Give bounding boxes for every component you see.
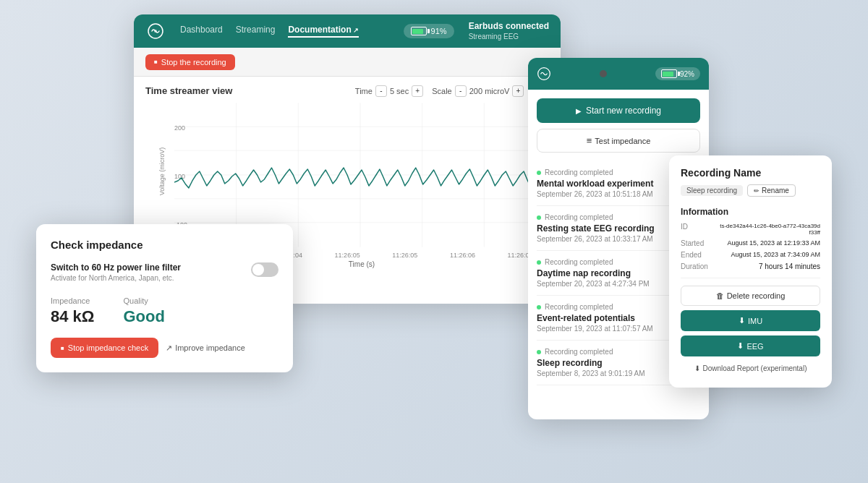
time-control: Time - 5 sec + (355, 85, 423, 97)
hz-filter-toggle[interactable] (251, 262, 278, 277)
check-impedance-window: Check impedance Switch to 60 Hz power li… (36, 224, 293, 372)
time-label: Time (355, 87, 373, 95)
impedance-metrics: Impedance 84 kΩ Quality Good (51, 296, 278, 326)
main-toolbar: Stop the recording (134, 48, 561, 77)
stop-impedance-button[interactable]: Stop impedance check (51, 338, 158, 358)
recording-tag: Sleep recording (681, 185, 743, 196)
nav-battery-indicator: 91% (404, 24, 454, 38)
eeg-download-button[interactable]: ⬇ EEG (681, 335, 820, 356)
impedance-metric: Impedance 84 kΩ (51, 296, 94, 326)
quality-label: Quality (123, 296, 164, 305)
chart-header: Time streamer view Time - 5 sec + Scale … (145, 85, 549, 97)
status-dot-0 (537, 171, 541, 175)
recording-name-tags: Sleep recording Rename (681, 184, 820, 197)
recording-name-window: Recording Name Sleep recording Rename In… (669, 155, 832, 388)
info-id-row: ID ts-de342a44-1c26-4be0-a772-43ca39df33… (681, 223, 820, 236)
trash-icon: 🗑 (716, 291, 724, 300)
filter-label: Switch to 60 Hz power line filter (51, 262, 181, 273)
stop-recording-button[interactable]: Stop the recording (145, 54, 235, 70)
nav-dashboard[interactable]: Dashboard (180, 25, 223, 38)
x-label-2: 11:26:05 (335, 252, 360, 259)
svg-text:200: 200 (174, 124, 185, 132)
delete-recording-button[interactable]: 🗑 Delete recording (681, 286, 820, 306)
impedance-label: Impedance (51, 296, 94, 305)
recording-name-title: Recording Name (681, 167, 820, 179)
download-imu-icon: ⬇ (739, 316, 745, 325)
main-nav: Dashboard Streaming Documentation 91% Ea… (134, 14, 561, 48)
scale-increase-button[interactable]: + (512, 85, 524, 97)
recording-list-nav: 92% (528, 58, 709, 90)
hz-filter-row: Switch to 60 Hz power line filter Activa… (51, 262, 278, 282)
impedance-value: 84 kΩ (51, 307, 94, 326)
x-label-4: 11:26:06 (450, 252, 475, 259)
time-value: 5 sec (390, 87, 409, 95)
scale-label: Scale (432, 87, 452, 95)
info-started-value: August 15, 2023 at 12:19:33 AM (727, 239, 820, 247)
download-eeg-icon: ⬇ (737, 341, 744, 351)
info-id-label: ID (681, 223, 688, 236)
toggle-knob (252, 264, 264, 275)
x-label-3: 11:26:05 (392, 252, 417, 259)
improve-impedance-button[interactable]: Improve impedance (166, 343, 245, 353)
info-duration-label: Duration (681, 262, 708, 270)
status-dot-3 (537, 305, 541, 309)
info-ended-label: Ended (681, 251, 702, 259)
info-id-value: ts-de342a44-1c26-4be0-a772-43ca39df33ff (719, 223, 820, 236)
nav-documentation[interactable]: Documentation (288, 25, 359, 38)
start-recording-button[interactable]: Start new recording (537, 98, 700, 123)
y-axis-label: Voltage (microV) (158, 147, 166, 195)
impedance-title: Check impedance (51, 239, 278, 251)
time-decrease-button[interactable]: - (375, 85, 387, 97)
chart-title: Time streamer view (145, 85, 232, 96)
filter-sublabel: Activate for North America, Japan, etc. (51, 274, 181, 282)
info-started-row: Started August 15, 2023 at 12:19:33 AM (681, 239, 820, 247)
filter-label-group: Switch to 60 Hz power line filter Activa… (51, 262, 181, 282)
info-duration-value: 7 hours 14 minutes (759, 262, 820, 270)
battery-icon (411, 27, 427, 35)
app-logo (145, 21, 166, 41)
quality-value: Good (123, 307, 164, 326)
battery-percentage: 91% (431, 27, 447, 35)
status-dot-1 (537, 215, 541, 220)
chart-controls: Time - 5 sec + Scale - 200 microV + Auto (355, 85, 549, 97)
rec-battery-icon (661, 69, 677, 78)
scale-decrease-button[interactable]: - (455, 85, 467, 97)
scale-control: Scale - 200 microV + (432, 85, 524, 97)
rec-battery-fill (663, 72, 673, 77)
scale-value: 200 microV (469, 87, 510, 95)
status-dot-2 (537, 260, 541, 265)
nav-streaming[interactable]: Streaming (236, 25, 276, 38)
info-ended-row: Ended August 15, 2023 at 7:34:09 AM (681, 251, 820, 259)
info-ended-value: August 15, 2023 at 7:34:09 AM (731, 251, 820, 259)
imu-download-button[interactable]: ⬇ IMU (681, 310, 820, 331)
nav-device-info: Earbuds connected Streaming EEG (469, 21, 549, 42)
info-started-label: Started (681, 239, 704, 247)
report-download-button[interactable]: ⬇ Download Report (experimental) (681, 361, 820, 376)
quality-metric: Quality Good (123, 296, 164, 326)
rec-camera-dot (600, 70, 607, 77)
rename-button[interactable]: Rename (747, 184, 796, 197)
rec-battery-pct: 92% (680, 70, 694, 78)
info-section-title: Information (681, 207, 820, 217)
info-duration-row: Duration 7 hours 14 minutes (681, 262, 820, 270)
status-dot-4 (537, 350, 541, 354)
nav-links: Dashboard Streaming Documentation (180, 25, 389, 38)
test-impedance-button[interactable]: Test impedance (537, 129, 700, 153)
time-increase-button[interactable]: + (412, 85, 423, 97)
impedance-actions: Stop impedance check Improve impedance (51, 338, 278, 358)
download-report-icon: ⬇ (694, 364, 700, 372)
battery-fill (412, 29, 422, 34)
divider (681, 278, 820, 278)
svg-point-1 (154, 30, 157, 33)
rec-battery-indicator: 92% (655, 67, 700, 80)
